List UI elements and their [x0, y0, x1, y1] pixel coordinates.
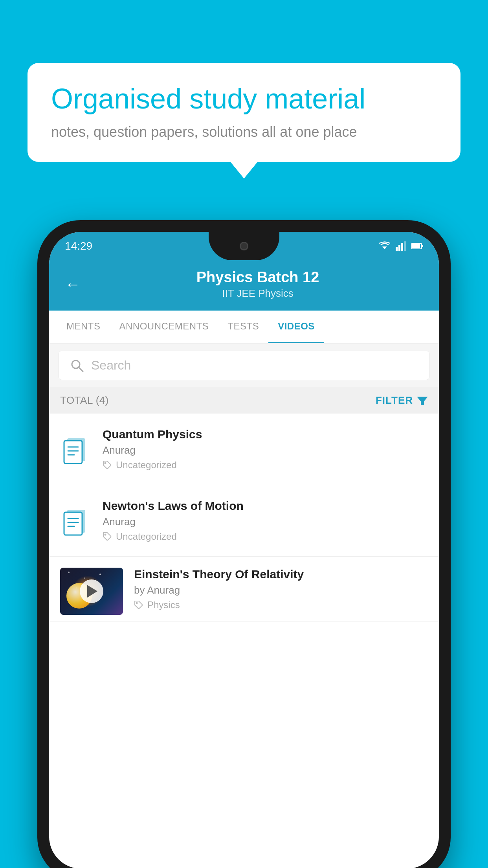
status-time: 14:29 [65, 240, 92, 252]
thumbnail-bg [60, 568, 123, 615]
video-author: Anurag [103, 516, 428, 528]
header-main-title: Physics Batch 12 [92, 269, 423, 286]
filter-label: FILTER [376, 394, 413, 406]
play-triangle [87, 585, 97, 598]
play-button[interactable] [80, 579, 103, 603]
list-item[interactable]: Quantum Physics Anurag Uncategorized [49, 414, 439, 485]
tab-announcements[interactable]: ANNOUNCEMENTS [110, 311, 218, 343]
video-thumbnail [60, 568, 123, 615]
video-tag: Physics [134, 600, 428, 611]
video-author: by Anurag [134, 584, 428, 596]
tag-icon [103, 532, 112, 541]
tag-label: Uncategorized [116, 460, 177, 471]
video-item-info: Newton's Laws of Motion Anurag Uncategor… [103, 499, 428, 542]
video-item-info: Einstein's Theory Of Relativity by Anura… [134, 568, 428, 622]
svg-line-9 [79, 367, 83, 371]
video-tag: Uncategorized [103, 460, 428, 471]
filter-bar: TOTAL (4) FILTER [49, 387, 439, 414]
status-icons [378, 241, 423, 251]
video-list: Quantum Physics Anurag Uncategorized [49, 414, 439, 622]
tag-icon [103, 460, 112, 470]
search-input-placeholder: Search [91, 358, 131, 373]
svg-point-23 [136, 603, 138, 604]
speech-bubble-title: Organised study material [51, 83, 437, 115]
list-item[interactable]: Newton's Laws of Motion Anurag Uncategor… [49, 485, 439, 557]
speech-bubble-container: Organised study material notes, question… [28, 63, 460, 162]
svg-rect-3 [401, 243, 403, 251]
file-icon [60, 505, 92, 537]
video-item-info: Quantum Physics Anurag Uncategorized [103, 428, 428, 471]
tab-bar: MENTS ANNOUNCEMENTS TESTS VIDEOS [49, 311, 439, 344]
video-tag: Uncategorized [103, 531, 428, 542]
search-icon [70, 359, 84, 373]
phone-frame: 14:29 [37, 220, 451, 868]
tag-icon [134, 600, 143, 610]
file-icon [60, 434, 92, 465]
app-header: ← Physics Batch 12 IIT JEE Physics [49, 260, 439, 311]
video-title: Quantum Physics [103, 428, 428, 441]
svg-point-22 [105, 534, 106, 535]
svg-rect-2 [398, 245, 400, 251]
total-count: TOTAL (4) [60, 394, 109, 406]
wifi-icon [378, 241, 391, 251]
svg-rect-6 [422, 245, 423, 247]
svg-rect-12 [64, 441, 82, 463]
header-title-block: Physics Batch 12 IIT JEE Physics [92, 269, 423, 300]
tag-label: Physics [147, 600, 180, 611]
svg-rect-18 [64, 512, 82, 535]
back-button[interactable]: ← [65, 276, 81, 293]
video-title: Newton's Laws of Motion [103, 499, 428, 513]
phone-screen: 14:29 [49, 232, 439, 868]
notch [209, 232, 279, 260]
speech-bubble-subtitle: notes, question papers, solutions all at… [51, 124, 437, 140]
search-bar[interactable]: Search [59, 351, 429, 380]
status-bar: 14:29 [49, 232, 439, 260]
svg-rect-1 [396, 247, 398, 251]
camera-dot [240, 242, 248, 250]
svg-rect-7 [412, 244, 420, 248]
tab-videos[interactable]: VIDEOS [268, 311, 324, 343]
svg-rect-4 [404, 241, 406, 251]
svg-marker-0 [382, 246, 387, 249]
tag-label: Uncategorized [116, 531, 177, 542]
search-bar-wrapper: Search [49, 344, 439, 387]
video-author: Anurag [103, 444, 428, 456]
signal-icon [396, 241, 407, 251]
list-item[interactable]: Einstein's Theory Of Relativity by Anura… [49, 557, 439, 622]
svg-point-16 [105, 463, 106, 464]
header-sub: IIT JEE Physics [92, 287, 423, 300]
tab-ments[interactable]: MENTS [57, 311, 110, 343]
filter-icon [417, 395, 428, 406]
tab-tests[interactable]: TESTS [218, 311, 268, 343]
battery-icon [411, 242, 423, 250]
svg-marker-10 [417, 397, 428, 405]
speech-bubble: Organised study material notes, question… [28, 63, 460, 162]
filter-button[interactable]: FILTER [376, 394, 428, 406]
video-title: Einstein's Theory Of Relativity [134, 568, 428, 581]
